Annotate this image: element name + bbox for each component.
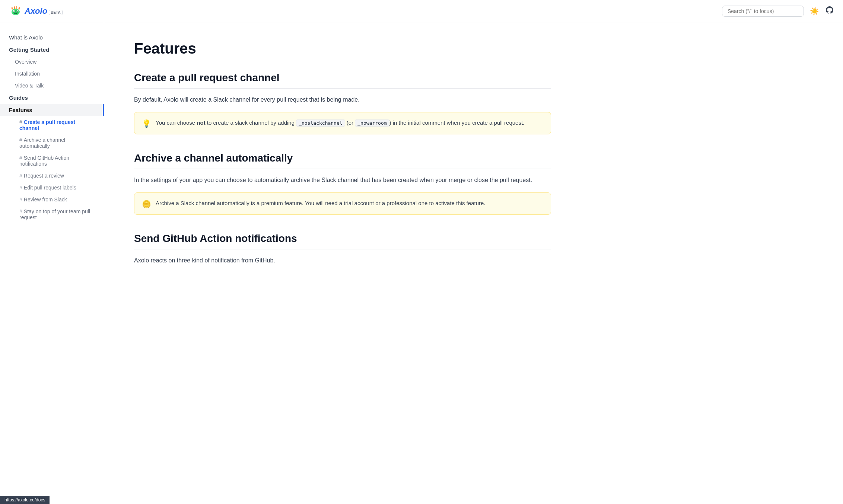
sidebar-toc-archive[interactable]: #Archive a channel automatically bbox=[0, 134, 104, 152]
svg-point-5 bbox=[17, 10, 18, 11]
github-icon[interactable] bbox=[825, 6, 834, 16]
callout-premium-text: Archive a Slack channel automatically is… bbox=[156, 199, 485, 208]
beta-badge: BETA bbox=[49, 10, 62, 15]
hash-icon: # bbox=[19, 173, 22, 179]
callout-text-middle: (or bbox=[345, 119, 355, 126]
hash-icon: # bbox=[19, 208, 22, 214]
callout-text-end: ) in the initial comment when you create… bbox=[389, 119, 525, 126]
code-nowarroom: _nowarroom bbox=[355, 119, 389, 127]
section-archive-channel: Archive a channel automatically In the s… bbox=[134, 152, 551, 215]
sidebar-toc-review-slack[interactable]: #Review from Slack bbox=[0, 194, 104, 205]
callout-premium: 🪙 Archive a Slack channel automatically … bbox=[134, 192, 551, 215]
sidebar-item-features[interactable]: Features bbox=[0, 104, 104, 116]
section-title-github: Send GitHub Action notifications bbox=[134, 233, 551, 249]
svg-point-4 bbox=[13, 10, 14, 11]
sidebar-toc-create-pr[interactable]: #Create a pull request channel bbox=[0, 116, 104, 134]
tip-icon: 💡 bbox=[142, 119, 151, 128]
page-title: Features bbox=[134, 40, 551, 57]
sidebar: What is Axolo Getting Started Overview I… bbox=[0, 22, 104, 313]
sidebar-item-what-is-axolo[interactable]: What is Axolo bbox=[0, 31, 104, 44]
callout-text-bold: not bbox=[197, 119, 205, 126]
section-title-create-pr: Create a pull request channel bbox=[134, 72, 551, 89]
hash-icon: # bbox=[19, 137, 22, 143]
hash-icon: # bbox=[19, 197, 22, 202]
section-title-archive: Archive a channel automatically bbox=[134, 152, 551, 169]
hash-icon: # bbox=[19, 185, 22, 191]
sidebar-item-overview[interactable]: Overview bbox=[0, 56, 104, 68]
theme-toggle-icon[interactable]: ☀️ bbox=[810, 7, 819, 16]
logo-text: Axolo bbox=[25, 6, 47, 16]
sidebar-toc-request-review[interactable]: #Request a review bbox=[0, 170, 104, 182]
section-create-pr-channel: Create a pull request channel By default… bbox=[134, 72, 551, 134]
main-content: Features Create a pull request channel B… bbox=[104, 22, 581, 313]
search-input[interactable] bbox=[722, 6, 804, 17]
premium-icon: 🪙 bbox=[142, 200, 151, 208]
section-desc-create-pr: By default, Axolo will create a Slack ch… bbox=[134, 95, 551, 105]
header: Axolo BETA ☀️ bbox=[0, 0, 843, 22]
header-right: ☀️ bbox=[722, 6, 834, 17]
sidebar-toc-github-action[interactable]: #Send GitHub Action notifications bbox=[0, 152, 104, 170]
section-desc-archive: In the settings of your app you can choo… bbox=[134, 175, 551, 185]
callout-tip: 💡 You can choose not to create a slack c… bbox=[134, 112, 551, 134]
sidebar-item-getting-started[interactable]: Getting Started bbox=[0, 44, 104, 56]
axolo-logo-icon bbox=[9, 4, 22, 18]
sidebar-item-guides[interactable]: Guides bbox=[0, 92, 104, 104]
section-github-actions: Send GitHub Action notifications Axolo r… bbox=[134, 233, 551, 265]
hash-icon: # bbox=[19, 119, 22, 125]
callout-text-before: You can choose bbox=[156, 119, 197, 126]
layout: What is Axolo Getting Started Overview I… bbox=[0, 22, 843, 313]
callout-tip-text: You can choose not to create a slack cha… bbox=[156, 118, 524, 127]
hash-icon: # bbox=[19, 155, 22, 161]
sidebar-item-video-talk[interactable]: Video & Talk bbox=[0, 80, 104, 92]
section-desc-github: Axolo reacts on three kind of notificati… bbox=[134, 255, 551, 265]
sidebar-toc-stay-on-top[interactable]: #Stay on top of your team pull request bbox=[0, 205, 104, 223]
sidebar-item-installation[interactable]: Installation bbox=[0, 68, 104, 80]
code-noslackchannel: _noslackchannel bbox=[296, 119, 345, 127]
callout-text-after: to create a slack channel by adding bbox=[206, 119, 296, 126]
sidebar-toc-edit-labels[interactable]: #Edit pull request labels bbox=[0, 182, 104, 194]
logo-area[interactable]: Axolo BETA bbox=[9, 4, 63, 18]
